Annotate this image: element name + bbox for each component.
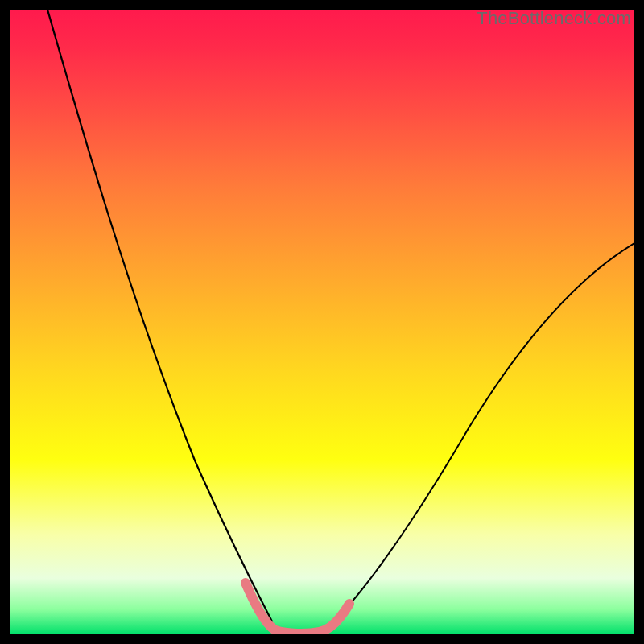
- trough-highlight: [246, 583, 349, 634]
- curves-layer: [10, 10, 634, 634]
- right-curve: [322, 243, 634, 632]
- plot-area: TheBottleneck.com: [10, 10, 634, 634]
- left-curve: [47, 10, 272, 621]
- chart-frame: TheBottleneck.com: [10, 10, 634, 634]
- watermark-text: TheBottleneck.com: [477, 8, 631, 29]
